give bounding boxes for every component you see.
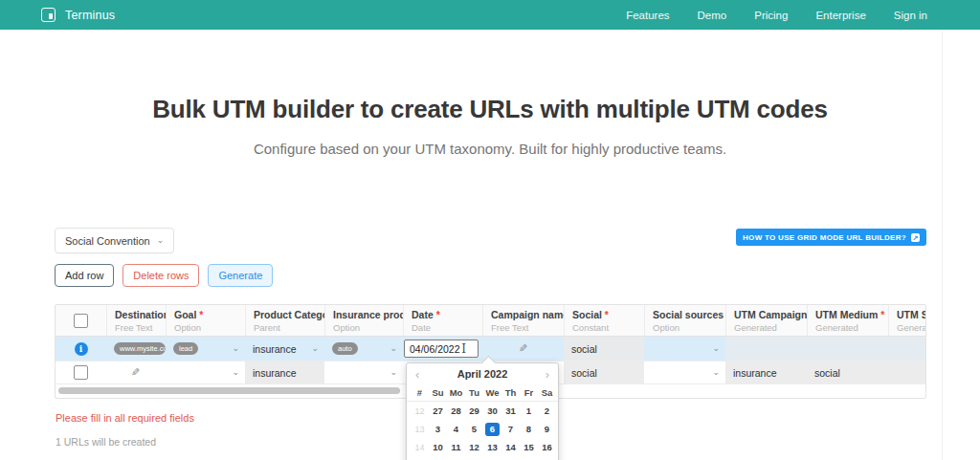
date-input[interactable]: 04/06/2022 I [404, 340, 479, 358]
required-star: * [602, 309, 609, 320]
row2-insurance-products-cell[interactable]: ⌄ [324, 361, 403, 383]
row2-social-sources-cell[interactable]: ⌄ [644, 361, 725, 383]
row2-destination-url-cell[interactable]: ✎ [106, 361, 166, 383]
goal-chip[interactable]: lead [173, 342, 198, 356]
week-number: 13 [411, 425, 429, 434]
day-cell[interactable]: 15 [520, 442, 538, 452]
day-cell[interactable]: 11 [447, 442, 465, 452]
next-month-button[interactable]: › [546, 368, 549, 381]
row2-goal-cell[interactable]: ⌄ [166, 361, 245, 383]
top-navbar: Terminus Features Demo Pricing Enterpris… [0, 0, 980, 30]
day-cell[interactable]: 10 [429, 442, 447, 452]
row1-goal-cell[interactable]: lead⌄ [166, 337, 245, 361]
cell-value: insurance [253, 367, 297, 379]
weekday-header-row: # Su Mo Tu We Th Fr Sa [407, 384, 558, 402]
add-row-button[interactable]: Add row [55, 264, 114, 287]
day-cell[interactable]: 31 [501, 405, 520, 416]
day-cell[interactable]: 13 [483, 442, 501, 452]
row1-social-sources-cell[interactable]: ⌄ [644, 337, 725, 361]
selected-day-cell[interactable]: 6 [485, 423, 500, 436]
column-header-utm-source[interactable]: UTM Source Generated [888, 305, 926, 336]
day-cell[interactable]: 7 [501, 424, 520, 434]
column-header-campaign-name[interactable]: Campaign name * Free Text [482, 305, 564, 336]
column-header-utm-medium[interactable]: UTM Medium * Generated [807, 305, 888, 336]
chevron-down-icon[interactable]: ⌄ [311, 344, 319, 353]
brand-name[interactable]: Terminus [65, 9, 115, 22]
day-cell[interactable]: 12 [465, 442, 483, 452]
column-header-date[interactable]: Date * Date [403, 305, 482, 336]
row1-date-cell[interactable]: 04/06/2022 I [403, 337, 482, 361]
column-type: Constant [572, 322, 609, 333]
chevron-down-icon[interactable]: ⌄ [390, 344, 397, 353]
calendar-week-row: 13 3 4 5 6 7 8 9 [407, 420, 558, 438]
convention-dropdown[interactable]: Social Convention ⌄ [55, 228, 174, 253]
label-text: Insurance products [333, 309, 403, 320]
prev-month-button[interactable]: ‹ [415, 368, 419, 381]
row-checkbox[interactable] [74, 365, 88, 380]
column-header-insurance-products[interactable]: Insurance products Option [324, 305, 403, 336]
day-cell[interactable]: 30 [483, 405, 501, 416]
grid-header-row: Destination URL * Free Text Goal * Optio… [56, 305, 925, 337]
calendar-week-row: 14 10 11 12 13 14 15 16 [407, 438, 558, 456]
column-label: UTM Source [897, 309, 926, 320]
nav-pricing[interactable]: Pricing [754, 10, 788, 21]
column-label: Goal * [174, 309, 203, 320]
column-header-utm-campaign[interactable]: UTM Campaign * Generated [725, 305, 807, 336]
chevron-down-icon[interactable]: ⌄ [232, 368, 239, 377]
column-header-product-category[interactable]: Product Category * Parent [245, 305, 324, 336]
column-header-social[interactable]: Social * Constant [564, 305, 644, 336]
convention-label: Social Convention [65, 235, 150, 247]
day-cell[interactable]: 1 [520, 405, 538, 416]
generate-button[interactable]: Generate [208, 264, 273, 287]
destination-url-chip[interactable]: www.mysite.com/blog/... [114, 342, 166, 356]
cell-value: social [814, 367, 840, 379]
terminus-logo-icon[interactable] [41, 8, 56, 22]
weekday-label: Tu [465, 387, 483, 398]
row1-destination-url-cell[interactable]: www.mysite.com/blog/... [106, 337, 166, 361]
help-label: HOW TO USE GRID MODE URL BUILDER? [743, 233, 906, 242]
delete-rows-button[interactable]: Delete rows [122, 264, 199, 287]
day-cell[interactable]: 5 [465, 424, 483, 434]
day-cell[interactable]: 27 [429, 405, 447, 416]
column-header-destination-url[interactable]: Destination URL * Free Text [106, 305, 166, 336]
row1-insurance-products-cell[interactable]: auto⌄ [324, 337, 403, 361]
scrollbar-thumb[interactable] [58, 387, 400, 394]
chevron-down-icon[interactable]: ⌄ [232, 344, 239, 353]
column-label: Destination URL * [115, 309, 166, 320]
insurance-products-chip[interactable]: auto [332, 342, 358, 356]
day-cell[interactable]: 14 [501, 442, 520, 452]
help-button[interactable]: HOW TO USE GRID MODE URL BUILDER? ↗ [736, 229, 926, 246]
column-header-social-sources[interactable]: Social sources * Option [644, 305, 725, 336]
chevron-down-icon[interactable]: ⌄ [712, 368, 720, 377]
info-icon[interactable]: i [75, 342, 88, 356]
day-cell[interactable]: 4 [447, 424, 465, 434]
week-number: 14 [411, 443, 429, 452]
column-header-goal[interactable]: Goal * Option [166, 305, 245, 336]
text-cursor-icon: I [461, 342, 466, 356]
column-label: Social * [572, 309, 609, 320]
day-cell[interactable]: 28 [447, 405, 465, 416]
label-text: UTM Source [897, 309, 926, 320]
label-text: Product Category [254, 309, 324, 320]
nav-sign-in[interactable]: Sign in [894, 10, 927, 21]
column-label: Insurance products [333, 309, 403, 320]
chevron-down-icon[interactable]: ⌄ [712, 344, 720, 353]
page-subtitle: Configure based on your UTM taxonomy. Bu… [0, 141, 980, 157]
day-cell[interactable]: 16 [538, 442, 556, 452]
select-all-cell [56, 305, 106, 336]
select-all-checkbox[interactable] [74, 314, 88, 328]
row1-campaign-name-cell[interactable]: ✎ [482, 337, 564, 361]
day-cell[interactable]: 2 [538, 405, 556, 416]
chevron-down-icon[interactable]: ⌄ [390, 368, 397, 377]
day-cell[interactable]: 3 [429, 424, 447, 434]
row1-product-category-cell[interactable]: insurance⌄ [245, 337, 324, 361]
nav-enterprise[interactable]: Enterprise [815, 10, 865, 21]
edit-pencil-icon[interactable]: ✎ [519, 342, 527, 355]
day-cell[interactable]: 9 [538, 424, 556, 434]
day-cell[interactable]: 29 [465, 405, 483, 416]
day-cell[interactable]: 8 [520, 424, 538, 434]
nav-demo[interactable]: Demo [698, 10, 727, 21]
edit-pencil-icon[interactable]: ✎ [131, 366, 140, 379]
date-value: 04/06/2022 [410, 343, 460, 355]
nav-features[interactable]: Features [626, 10, 669, 21]
